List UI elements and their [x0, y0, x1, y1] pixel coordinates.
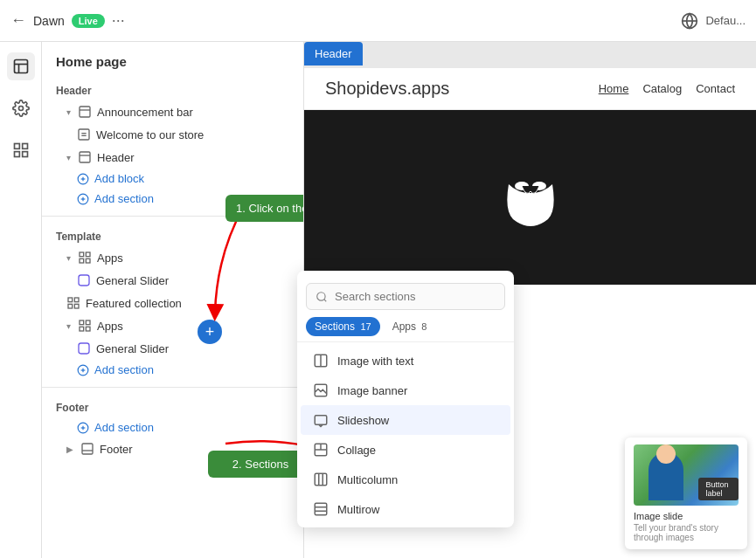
- app-icon2: [77, 341, 91, 355]
- featured-collection-label: Featured collection: [86, 297, 182, 310]
- svg-point-5: [18, 107, 23, 111]
- svg-rect-26: [86, 258, 90, 263]
- tab-sections[interactable]: Sections 17: [306, 317, 380, 336]
- multirow-icon: [313, 501, 329, 517]
- announcement-bar-label: Announcement bar: [97, 106, 193, 119]
- footer-section-title: Footer: [49, 395, 296, 417]
- image-banner-label: Image banner: [337, 384, 407, 397]
- slide-preview-btn: Button label: [698, 478, 739, 500]
- add-section-link-footer[interactable]: Add section: [49, 417, 296, 437]
- apps-label1: Apps: [97, 251, 123, 265]
- preview-dark-section: [304, 110, 756, 285]
- divider2: [42, 387, 303, 388]
- svg-point-47: [317, 292, 325, 300]
- header-item[interactable]: ▾ Header: [49, 146, 296, 169]
- svg-rect-29: [74, 298, 79, 302]
- sections-tabs: Sections 17 Apps 8: [297, 317, 514, 342]
- nav-contact[interactable]: Contact: [696, 82, 735, 95]
- back-icon[interactable]: ←: [10, 11, 26, 30]
- search-box[interactable]: [306, 283, 505, 310]
- multicolumn-label: Multicolumn: [337, 473, 398, 486]
- svg-rect-31: [74, 304, 79, 308]
- topbar: ← Dawn Live ··· Defau...: [0, 0, 756, 42]
- svg-rect-56: [315, 473, 327, 486]
- add-section-footer-label: Add section: [94, 421, 154, 434]
- svg-rect-33: [86, 320, 90, 325]
- search-input[interactable]: [335, 290, 496, 303]
- nav-home[interactable]: Home: [599, 82, 629, 95]
- image-with-text-label: Image with text: [337, 355, 413, 368]
- apps-item2[interactable]: ▾ Apps: [49, 314, 296, 337]
- svg-rect-27: [79, 275, 89, 286]
- announcement-bar-item[interactable]: ▾ Announcement bar: [49, 100, 296, 123]
- footer-layout-icon: [80, 442, 94, 456]
- add-block-label: Add block: [94, 172, 144, 185]
- svg-rect-35: [86, 327, 90, 331]
- sidebar-icon-pages[interactable]: [7, 52, 35, 80]
- slideshow-label: Slideshow: [337, 414, 389, 427]
- multicolumn-icon: [313, 472, 329, 487]
- plus-circle-icon3: [77, 364, 89, 376]
- callout-add-section: 1. Click on the "+" Add Section: [225, 195, 304, 222]
- menu-item-collage[interactable]: Collage: [301, 435, 510, 465]
- header-layout-icon: [78, 150, 92, 164]
- add-section-header-label: Add section: [94, 192, 154, 205]
- menu-item-slideshow[interactable]: Slideshow: [301, 405, 510, 435]
- svg-rect-34: [80, 327, 84, 331]
- text-icon: [77, 127, 91, 141]
- svg-line-48: [324, 299, 327, 301]
- search-icon: [316, 291, 328, 303]
- topbar-title: Dawn: [33, 14, 65, 28]
- beard-icon: [496, 167, 565, 228]
- menu-item-image-with-text[interactable]: Image with text: [301, 346, 510, 375]
- svg-rect-15: [80, 152, 90, 162]
- apps-count: 8: [421, 321, 427, 332]
- page-title: Home page: [42, 42, 303, 78]
- header-group: Header ▾ Announcement bar Welcome to our…: [42, 78, 303, 209]
- add-block-link[interactable]: Add block: [49, 169, 296, 189]
- layout-icon: [78, 105, 92, 119]
- header-section-title: Header: [49, 78, 296, 100]
- plus-circle-icon: [77, 173, 89, 185]
- general-slider-label1: General Slider: [96, 274, 169, 287]
- add-section-plus-button[interactable]: +: [198, 320, 222, 344]
- store-header: Shopidevs.apps Home Catalog Contact: [304, 68, 756, 110]
- preview-header-tab[interactable]: Header: [304, 42, 363, 65]
- multirow-label: Multirow: [337, 503, 379, 516]
- topbar-right: Defau...: [681, 12, 746, 30]
- menu-item-multicolumn[interactable]: Multicolumn: [301, 465, 510, 494]
- apps-item1[interactable]: ▾ Apps: [49, 246, 296, 269]
- tab-apps[interactable]: Apps 8: [384, 317, 436, 336]
- svg-rect-6: [14, 144, 19, 149]
- featured-collection-item[interactable]: Featured collection: [49, 292, 296, 314]
- topbar-left: ← Dawn Live ···: [10, 11, 672, 30]
- template-group: Template ▾ Apps General Slider Featured …: [42, 224, 303, 380]
- general-slider-item1[interactable]: General Slider: [49, 269, 296, 292]
- image-slide-preview: Button label Image slide Tell your brand…: [625, 437, 747, 549]
- chevron-icon2: ▾: [66, 153, 71, 162]
- plus-circle-icon4: [77, 422, 89, 434]
- sections-count: 17: [360, 321, 371, 332]
- svg-rect-12: [79, 129, 89, 140]
- menu-item-multirow[interactable]: Multirow: [301, 494, 510, 524]
- icon-sidebar: [0, 42, 42, 558]
- sidebar-icon-settings[interactable]: [7, 94, 35, 122]
- collage-icon: [313, 442, 329, 458]
- topbar-dots[interactable]: ···: [112, 11, 125, 30]
- sections-dropdown: Sections 17 Apps 8 Image with text Image…: [297, 271, 514, 527]
- template-section-title: Template: [49, 224, 296, 246]
- add-section-template-label: Add section: [94, 363, 154, 376]
- svg-rect-10: [80, 107, 90, 117]
- store-name: Shopidevs.apps: [325, 79, 449, 99]
- chevron-footer: ▶: [66, 444, 73, 454]
- app-icon1: [77, 273, 91, 287]
- menu-item-image-banner[interactable]: Image banner: [301, 375, 510, 405]
- chevron-icon: ▾: [66, 107, 71, 117]
- add-section-link-template[interactable]: Add section: [49, 360, 296, 380]
- welcome-item[interactable]: Welcome to our store: [49, 123, 296, 146]
- general-slider-item2[interactable]: General Slider: [49, 337, 296, 360]
- sidebar-icon-apps[interactable]: [7, 136, 35, 164]
- nav-catalog[interactable]: Catalog: [642, 82, 682, 95]
- apps-icon2: [78, 319, 92, 333]
- svg-rect-23: [80, 252, 84, 257]
